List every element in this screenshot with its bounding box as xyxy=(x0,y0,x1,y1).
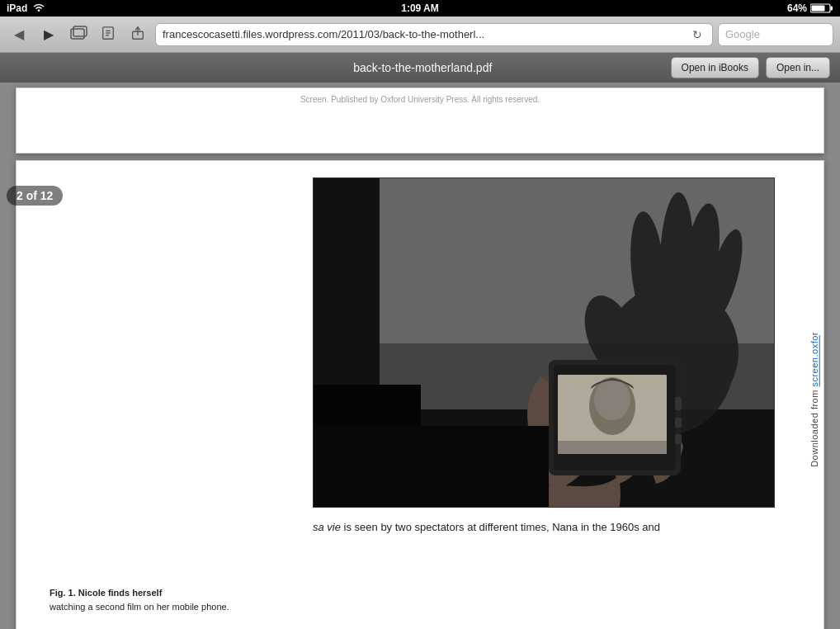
bookmarks-button[interactable] xyxy=(96,22,120,47)
body-text: sa vie is seen by two spectators at diff… xyxy=(313,519,775,537)
device-label: iPad xyxy=(7,2,27,14)
reload-button[interactable]: ↻ xyxy=(689,26,706,43)
figure-image xyxy=(313,177,775,508)
watermark-text: Downloaded from screen.oxfor xyxy=(809,332,819,467)
bookmarks-icon xyxy=(100,26,116,44)
svg-rect-32 xyxy=(314,426,549,508)
url-bar[interactable]: francescocasetti.files.wordpress.com/201… xyxy=(155,23,713,46)
pdf-actions: Open in iBooks Open in... xyxy=(671,57,830,78)
share-button[interactable] xyxy=(125,22,150,47)
tabs-button[interactable] xyxy=(66,22,91,47)
google-search-bar[interactable]: Google xyxy=(718,23,833,46)
status-right: 64% xyxy=(787,2,833,14)
status-left: iPad xyxy=(7,2,45,14)
watermark-prefix: Downloaded from xyxy=(809,387,819,467)
right-column: sa vie is seen by two spectators at diff… xyxy=(297,177,790,622)
fig-caption-text: watching a second film on her mobile pho… xyxy=(50,602,229,612)
page-content: Fig. 1. Nicole finds herself watching a … xyxy=(50,177,790,622)
pdf-banner: back-to-the-motherland.pdf Open in iBook… xyxy=(0,53,840,83)
reload-icon: ↻ xyxy=(692,28,702,41)
fig-caption-bold: Fig. 1. Nicole finds herself xyxy=(50,588,162,598)
svg-rect-30 xyxy=(675,418,682,428)
watermark-link[interactable]: screen.oxfo xyxy=(809,335,819,386)
battery-icon xyxy=(810,2,833,14)
svg-rect-28 xyxy=(558,441,667,454)
status-time: 1:09 AM xyxy=(401,2,439,14)
open-in-button[interactable]: Open in... xyxy=(766,57,830,78)
svg-rect-33 xyxy=(314,385,421,426)
svg-rect-2 xyxy=(831,7,833,11)
url-text: francescocasetti.files.wordpress.com/201… xyxy=(163,28,689,40)
svg-rect-3 xyxy=(812,6,825,12)
browser-toolbar: ◀ ▶ franc xyxy=(0,17,840,53)
bw-photo-svg xyxy=(314,178,775,508)
page-indicator: 2 of 12 xyxy=(7,186,63,206)
back-icon: ◀ xyxy=(14,26,24,42)
left-column: Fig. 1. Nicole finds herself watching a … xyxy=(50,177,281,622)
forward-button[interactable]: ▶ xyxy=(36,22,61,47)
page1-header: Screen. Published by Oxford University P… xyxy=(50,95,790,104)
tabs-icon xyxy=(69,26,87,44)
open-in-ibooks-button[interactable]: Open in iBooks xyxy=(671,57,759,78)
page-2: Fig. 1. Nicole finds herself watching a … xyxy=(16,160,824,629)
svg-rect-31 xyxy=(675,434,682,444)
battery-pct: 64% xyxy=(787,2,807,14)
back-button[interactable]: ◀ xyxy=(7,22,31,47)
pdf-filename: back-to-the-motherland.pdf xyxy=(175,61,671,74)
figure-caption: Fig. 1. Nicole finds herself watching a … xyxy=(50,586,281,613)
watermark: Downloaded from screen.oxfor xyxy=(805,161,823,629)
svg-point-0 xyxy=(38,10,40,12)
svg-rect-29 xyxy=(675,397,682,410)
google-placeholder: Google xyxy=(725,28,760,40)
page-1: Screen. Published by Oxford University P… xyxy=(16,87,824,154)
share-icon xyxy=(130,26,146,44)
body-text-continuation: is seen by two spectators at different t… xyxy=(341,521,660,533)
watermark-suffix: r xyxy=(809,332,819,335)
status-bar: iPad 1:09 AM 64% xyxy=(0,0,840,17)
forward-icon: ▶ xyxy=(44,26,54,42)
svg-point-27 xyxy=(594,379,630,420)
pdf-viewer: 2 of 12 Screen. Published by Oxford Univ… xyxy=(0,83,840,629)
italic-text: sa vie xyxy=(313,521,341,533)
wifi-icon xyxy=(32,2,45,14)
